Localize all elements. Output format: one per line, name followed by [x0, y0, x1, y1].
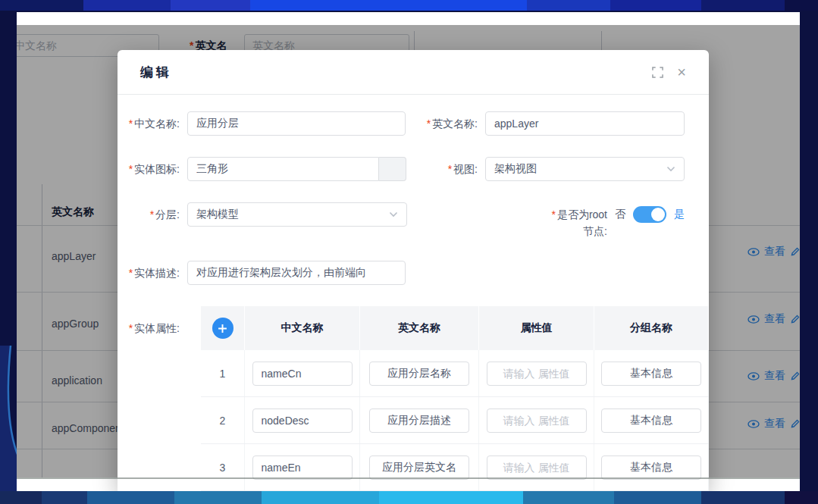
eye-icon — [747, 420, 760, 428]
bg-table-cell: appLayer — [52, 250, 96, 262]
toggle-off-text: 否 — [615, 208, 625, 221]
attr-value-input[interactable] — [487, 409, 587, 433]
screenshot-seam-line — [17, 477, 800, 479]
eye-icon — [747, 248, 760, 256]
attr-group-input[interactable] — [601, 455, 701, 480]
bg-table-cell: application — [52, 374, 102, 387]
chevron-down-icon — [389, 211, 398, 218]
toggle-on-text: 是 — [674, 208, 685, 221]
attribute-row: 2 — [201, 397, 709, 444]
attr-value-input[interactable] — [487, 455, 587, 480]
screenshot-frame: *英文名 英文名称 appLayer appGroup application … — [0, 0, 818, 504]
edit-modal: 编辑 × *中文名称: *英文名称: — [118, 50, 709, 491]
toggle-knob — [651, 208, 665, 221]
modal-title: 编辑 — [140, 64, 172, 81]
attr-en-input[interactable] — [369, 455, 469, 480]
root-node-label: *是否为root节点: — [550, 202, 607, 239]
edit-pencil-icon — [790, 246, 800, 257]
col-header: 分组名称 — [594, 306, 709, 350]
bg-row-actions[interactable]: 查看 — [747, 245, 800, 258]
attr-value-input[interactable] — [487, 362, 587, 386]
col-header: 中文名称 — [245, 306, 360, 350]
cn-name-input[interactable] — [187, 111, 406, 136]
entity-desc-input[interactable] — [187, 261, 406, 285]
view-label: *视图: — [420, 157, 478, 181]
bg-table-cell: appComponer — [52, 422, 119, 434]
attribute-row: 3 — [201, 444, 709, 491]
plus-icon — [218, 324, 227, 333]
bg-table-header-en-name: 英文名称 — [52, 205, 94, 219]
icon-picker-button[interactable] — [379, 157, 406, 181]
attr-group-input[interactable] — [601, 409, 701, 433]
entity-icon-input[interactable] — [187, 157, 379, 181]
bg-table-cell: appGroup — [52, 318, 99, 330]
attribute-table-header: 中文名称 英文名称 属性值 分组名称 — [201, 306, 709, 350]
view-link[interactable]: 查看 — [764, 417, 785, 430]
attr-cn-input[interactable] — [252, 362, 353, 386]
edit-pencil-icon — [790, 314, 800, 324]
cn-name-label: *中文名称: — [124, 111, 180, 136]
entity-attrs-label: *实体属性: — [124, 306, 180, 491]
row-index: 3 — [201, 444, 245, 490]
frame-bottom-band — [0, 491, 818, 504]
bg-table-border — [42, 184, 42, 477]
attr-en-input[interactable] — [369, 362, 469, 386]
attribute-row: 1 — [201, 350, 709, 397]
frame-top-band — [0, 0, 818, 11]
view-link[interactable]: 查看 — [764, 312, 785, 326]
modal-header: 编辑 × — [118, 50, 709, 95]
col-header: 英文名称 — [360, 306, 479, 350]
bg-row-actions[interactable]: 查看 — [747, 369, 800, 383]
attr-en-input[interactable] — [369, 409, 469, 433]
layer-select[interactable]: 架构模型 — [187, 202, 407, 227]
fullscreen-icon[interactable] — [652, 67, 663, 78]
layer-label: *分层: — [124, 202, 180, 227]
view-link[interactable]: 查看 — [764, 245, 785, 258]
eye-icon — [747, 372, 760, 380]
attr-cn-input[interactable] — [252, 409, 353, 433]
attr-cn-input[interactable] — [252, 455, 353, 480]
entity-desc-label: *实体描述: — [124, 261, 180, 285]
view-link[interactable]: 查看 — [764, 369, 785, 383]
edit-pencil-icon — [790, 371, 800, 381]
edit-pencil-icon — [790, 418, 800, 429]
bg-row-actions[interactable]: 查看 — [747, 312, 800, 326]
root-toggle[interactable] — [633, 206, 666, 223]
modal-body: *中文名称: *英文名称: *实体图标: *视图: 架 — [118, 95, 709, 491]
chevron-down-icon — [666, 166, 675, 172]
row-index: 1 — [201, 350, 245, 396]
close-icon[interactable]: × — [677, 64, 686, 80]
row-index: 2 — [201, 397, 245, 443]
attribute-table: 中文名称 英文名称 属性值 分组名称 1 2 — [201, 306, 709, 491]
entity-icon-label: *实体图标: — [124, 157, 180, 181]
eye-icon — [747, 315, 760, 324]
en-name-label: *英文名称: — [420, 111, 478, 136]
add-attribute-button[interactable] — [212, 318, 233, 339]
col-header: 属性值 — [479, 306, 594, 350]
view-select[interactable]: 架构视图 — [485, 157, 685, 181]
en-name-input[interactable] — [485, 111, 685, 136]
bg-row-actions[interactable]: 查看 — [747, 417, 800, 430]
attr-group-input[interactable] — [601, 362, 701, 386]
